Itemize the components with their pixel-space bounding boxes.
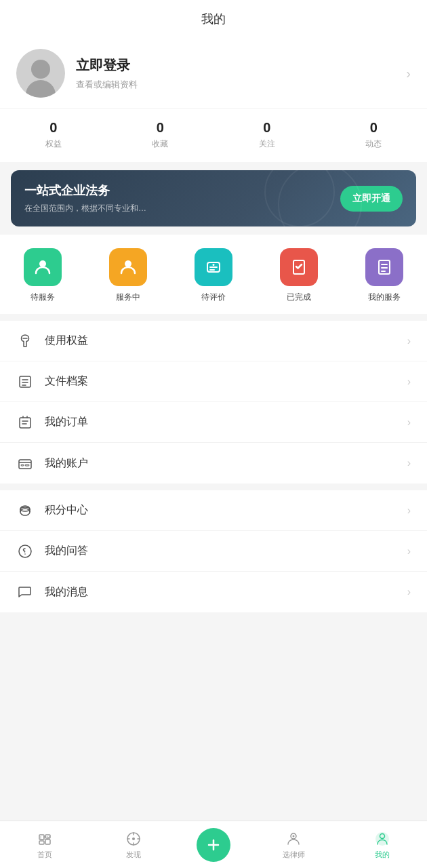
menu-group-1: 使用权益 › 文件档案 › 我的订单 › bbox=[0, 321, 427, 484]
stat-following-label: 关注 bbox=[214, 138, 321, 150]
svg-point-4 bbox=[213, 264, 215, 266]
service-inservice[interactable]: 服务中 bbox=[109, 248, 147, 303]
nav-discover-label: 发现 bbox=[126, 850, 141, 860]
banner-subtitle: 在全国范围内，根据不同专业和… bbox=[24, 203, 146, 214]
menu-points-label: 积分中心 bbox=[45, 503, 396, 517]
stat-favorites-num: 0 bbox=[107, 120, 214, 136]
menu-group-2: 积分中心 › 我的问答 › 我的消息 › bbox=[0, 490, 427, 612]
nav-mine[interactable]: 我的 bbox=[338, 830, 427, 860]
lawyer-nav-icon bbox=[285, 830, 302, 848]
add-button[interactable] bbox=[197, 828, 230, 862]
benefits-icon bbox=[16, 332, 34, 350]
service-toevaluate-label: 待评价 bbox=[201, 292, 226, 303]
stat-dynamic-label: 动态 bbox=[321, 138, 428, 150]
nav-home[interactable]: LEX 首页 bbox=[0, 830, 89, 860]
menu-files-label: 文件档案 bbox=[45, 374, 396, 389]
mine-nav-icon bbox=[373, 830, 391, 848]
stat-benefits-label: 权益 bbox=[0, 138, 107, 150]
section-divider-2 bbox=[0, 484, 427, 490]
stat-benefits-num: 0 bbox=[0, 120, 107, 136]
menu-item-points[interactable]: 积分中心 › bbox=[0, 490, 427, 531]
menu-qa-arrow: › bbox=[407, 545, 411, 557]
profile-name: 立即登录 bbox=[76, 56, 395, 75]
profile-subtitle: 查看或编辑资料 bbox=[76, 79, 395, 91]
service-myservice[interactable]: 我的服务 bbox=[365, 248, 403, 303]
menu-messages-label: 我的消息 bbox=[45, 585, 396, 599]
service-section: 待服务 服务中 待评价 bbox=[0, 235, 427, 314]
completed-icon bbox=[289, 257, 309, 277]
menu-item-benefits[interactable]: 使用权益 › bbox=[0, 321, 427, 361]
menu-orders-label: 我的订单 bbox=[45, 415, 396, 429]
service-pending[interactable]: 待服务 bbox=[24, 248, 62, 303]
service-myservice-label: 我的服务 bbox=[368, 292, 401, 303]
svg-point-24 bbox=[293, 835, 295, 837]
nav-mine-label: 我的 bbox=[375, 850, 390, 860]
account-icon bbox=[16, 454, 34, 472]
nav-add[interactable] bbox=[178, 828, 249, 862]
svg-point-15 bbox=[24, 553, 26, 555]
avatar bbox=[16, 49, 65, 98]
nav-lawyer[interactable]: 选律师 bbox=[249, 830, 338, 860]
menu-account-label: 我的账户 bbox=[45, 456, 396, 471]
banner-open-button[interactable]: 立即开通 bbox=[340, 186, 403, 212]
service-pending-label: 待服务 bbox=[30, 292, 55, 303]
stats-row: 0 权益 0 收藏 0 关注 0 动态 bbox=[0, 108, 427, 162]
inservice-icon-bg bbox=[109, 248, 147, 286]
stat-following[interactable]: 0 关注 bbox=[214, 120, 321, 150]
menu-points-arrow: › bbox=[407, 505, 411, 517]
messages-icon bbox=[16, 583, 34, 601]
stat-following-num: 0 bbox=[214, 120, 321, 136]
completed-icon-bg bbox=[280, 248, 318, 286]
nav-home-label: 首页 bbox=[37, 850, 52, 860]
toevaluate-icon-bg bbox=[195, 248, 232, 286]
banner-title: 一站式企业法务 bbox=[24, 182, 146, 199]
menu-benefits-label: 使用权益 bbox=[45, 334, 396, 348]
discover-nav-icon bbox=[125, 830, 142, 848]
qa-icon bbox=[16, 542, 34, 560]
section-divider-1 bbox=[0, 314, 427, 321]
svg-rect-10 bbox=[21, 465, 24, 466]
nav-lawyer-label: 选律师 bbox=[283, 850, 305, 860]
stat-favorites-label: 收藏 bbox=[107, 138, 214, 150]
stat-dynamic-num: 0 bbox=[321, 120, 428, 136]
stat-favorites[interactable]: 0 收藏 bbox=[107, 120, 214, 150]
header-title: 我的 bbox=[201, 12, 226, 26]
menu-files-arrow: › bbox=[407, 376, 411, 388]
menu-item-messages[interactable]: 我的消息 › bbox=[0, 572, 427, 612]
menu-item-orders[interactable]: 我的订单 › bbox=[0, 402, 427, 443]
stat-benefits[interactable]: 0 权益 bbox=[0, 120, 107, 150]
page-header: 我的 bbox=[0, 0, 427, 35]
svg-point-0 bbox=[39, 260, 46, 267]
myservice-icon-bg bbox=[365, 248, 403, 286]
pending-icon-bg bbox=[24, 248, 62, 286]
svg-rect-8 bbox=[20, 418, 30, 428]
menu-item-account[interactable]: 我的账户 › bbox=[0, 443, 427, 484]
pending-icon bbox=[33, 257, 53, 277]
profile-info: 立即登录 查看或编辑资料 bbox=[76, 56, 395, 91]
svg-text:LEX: LEX bbox=[40, 835, 51, 841]
menu-account-arrow: › bbox=[407, 457, 411, 469]
profile-section[interactable]: 立即登录 查看或编辑资料 › bbox=[0, 35, 427, 108]
menu-item-qa[interactable]: 我的问答 › bbox=[0, 531, 427, 572]
files-icon bbox=[16, 373, 34, 391]
points-icon bbox=[16, 502, 34, 519]
svg-rect-9 bbox=[19, 460, 31, 469]
enterprise-banner[interactable]: 一站式企业法务 在全国范围内，根据不同专业和… 立即开通 bbox=[11, 170, 416, 226]
banner-text: 一站式企业法务 在全国范围内，根据不同专业和… bbox=[24, 182, 146, 214]
svg-rect-17 bbox=[39, 841, 44, 844]
service-toevaluate[interactable]: 待评价 bbox=[195, 248, 232, 303]
service-completed[interactable]: 已完成 bbox=[280, 248, 318, 303]
svg-point-2 bbox=[125, 260, 131, 267]
home-nav-icon: LEX bbox=[36, 830, 54, 848]
nav-discover[interactable]: 发现 bbox=[89, 830, 178, 860]
svg-rect-11 bbox=[25, 465, 29, 466]
service-completed-label: 已完成 bbox=[287, 292, 311, 303]
stat-dynamic[interactable]: 0 动态 bbox=[321, 120, 428, 150]
inservice-icon bbox=[118, 257, 138, 277]
svg-point-12 bbox=[20, 509, 30, 515]
orders-icon bbox=[16, 414, 34, 431]
menu-qa-label: 我的问答 bbox=[45, 544, 396, 558]
svg-point-22 bbox=[132, 837, 135, 840]
menu-item-files[interactable]: 文件档案 › bbox=[0, 361, 427, 402]
profile-arrow-icon: › bbox=[406, 66, 411, 81]
